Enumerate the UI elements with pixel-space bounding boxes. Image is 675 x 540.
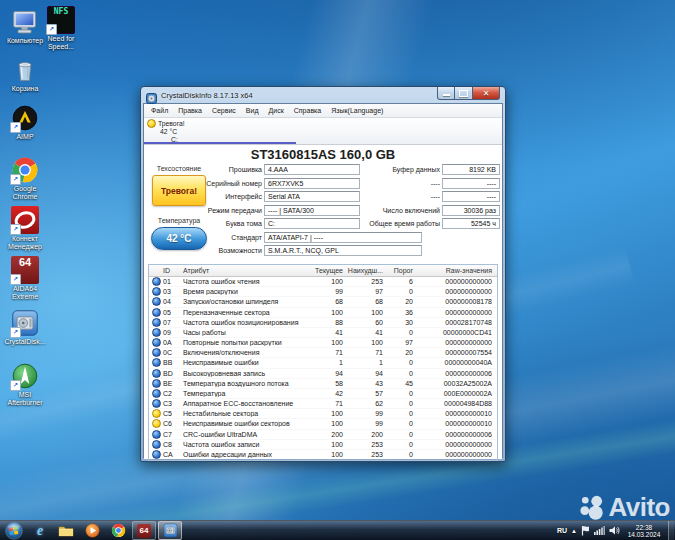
drive-tab-status: Тревога! — [158, 120, 185, 128]
col-attribute: Атрибут — [183, 267, 311, 274]
desktop-icon-chrome[interactable]: ↗ Google Chrome — [2, 156, 48, 201]
attr-worst: 43 — [347, 380, 387, 387]
menu-function[interactable]: Сервис — [207, 107, 241, 114]
smart-attribute-row-0C[interactable]: 0C Включения/отключения 71 71 20 0000000… — [149, 348, 497, 358]
menu-language[interactable]: Язык(Language) — [326, 107, 388, 114]
language-indicator[interactable]: RU — [557, 527, 567, 534]
attr-raw: 00000000CD41 — [417, 329, 497, 336]
taskbar-button-aida64[interactable]: 64 — [132, 521, 156, 540]
action-center-flag-icon[interactable] — [581, 522, 590, 540]
attr-worst: 62 — [347, 400, 387, 407]
smart-attribute-row-04[interactable]: 04 Запуски/остановки шпинделя 68 68 20 0… — [149, 297, 497, 307]
attr-raw: 000028170748 — [417, 319, 497, 326]
attr-current: 58 — [311, 380, 347, 387]
window-body: ФайлПравкаСервисВидДискСправкаЯзык(Langu… — [143, 103, 503, 458]
menu-disk[interactable]: Диск — [264, 107, 289, 114]
col-raw: Raw-значения — [417, 267, 497, 274]
desktop-icon-aida64[interactable]: 64↗ AIDA64 Extreme — [2, 256, 48, 301]
attr-id: 07 — [163, 319, 183, 326]
avito-logo-icon — [578, 494, 605, 521]
attr-name: Повторные попытки раскрутки — [183, 339, 311, 346]
avito-watermark: Avito — [578, 492, 670, 523]
smart-attribute-row-BD[interactable]: BD Высокоуровневая запись 94 94 0 000000… — [149, 369, 497, 379]
desktop-icon-connect-manager[interactable]: ↗ Коннект Менеджер — [2, 206, 48, 251]
smart-attribute-row-C3[interactable]: C3 Аппаратное ECC-восстановление 71 62 0… — [149, 399, 497, 409]
caption-buttons: ✕ — [437, 87, 500, 100]
smart-attribute-row-C7[interactable]: C7 CRC-ошибки UltraDMA 200 200 0 0000000… — [149, 430, 497, 440]
aida64-icon: 64↗ — [11, 256, 39, 284]
taskbar-button-internet-explorer[interactable]: e — [28, 521, 52, 540]
attr-worst: 100 — [347, 339, 387, 346]
attr-name: Неисправимые ошибки — [183, 359, 311, 366]
crystaldiskinfo-window: CrystalDiskInfo 8.17.13 x64 ✕ ФайлПравка… — [140, 86, 506, 462]
status-dot-blue-icon — [152, 287, 161, 296]
menu-view[interactable]: Вид — [241, 107, 264, 114]
attr-id: 04 — [163, 298, 183, 305]
shortcut-arrow-icon: ↗ — [10, 174, 21, 185]
attr-current: 100 — [311, 410, 347, 417]
taskbar-clock[interactable]: 22:38 14.03.2024 — [624, 524, 664, 538]
smart-attribute-row-C6[interactable]: C6 Неисправимые ошибки секторов 100 99 0… — [149, 419, 497, 429]
taskbar-button-chrome[interactable] — [106, 521, 130, 540]
taskbar-button-explorer[interactable] — [54, 521, 78, 540]
minimize-button[interactable] — [437, 87, 455, 100]
attr-id: C5 — [163, 410, 183, 417]
attr-threshold: 20 — [387, 298, 417, 305]
smart-attribute-row-C8[interactable]: C8 Частота ошибок записи 100 253 0 00000… — [149, 440, 497, 450]
drive-info-panel: Техсостояние Тревога! Температура 42 °C … — [144, 164, 502, 260]
attr-id: C2 — [163, 390, 183, 397]
taskbar-button-crystaldiskinfo[interactable] — [158, 521, 182, 540]
col-threshold: Порог — [387, 267, 417, 274]
hidden-icons-button[interactable]: ▲ — [571, 528, 577, 534]
network-icon[interactable] — [594, 522, 605, 540]
attr-worst: 68 — [347, 298, 387, 305]
taskbar-button-media-player[interactable] — [80, 521, 104, 540]
smart-attribute-row-07[interactable]: 07 Частота ошибок позиционирования 88 60… — [149, 318, 497, 328]
attr-raw: 000000000006 — [417, 431, 497, 438]
smart-attribute-row-C2[interactable]: C2 Температура 42 57 0 000E0000002A — [149, 389, 497, 399]
desktop-icon-label: AIDA64 Extreme — [2, 285, 48, 301]
drive-tab-temp: 42 °C — [147, 128, 296, 136]
smart-attribute-row-03[interactable]: 03 Время раскрутки 99 97 0 000000000000 — [149, 287, 497, 297]
smart-attribute-row-0A[interactable]: 0A Повторные попытки раскрутки 100 100 9… — [149, 338, 497, 348]
menu-edit[interactable]: Правка — [173, 107, 207, 114]
attr-current: 42 — [311, 390, 347, 397]
desktop-icon-label: MSI Afterburner — [2, 391, 48, 407]
smart-attribute-row-01[interactable]: 01 Частота ошибок чтения 100 253 6 00000… — [149, 277, 497, 287]
clock-date: 14.03.2024 — [624, 531, 664, 538]
attr-raw: 00000000040A — [417, 359, 497, 366]
show-desktop-button[interactable] — [668, 521, 674, 540]
attr-raw: 000000000000 — [417, 309, 497, 316]
smart-attribute-row-BB[interactable]: BB Неисправимые ошибки 1 1 0 00000000040… — [149, 358, 497, 368]
desktop-icon-crystaldiskinfo[interactable]: ↗ CrystalDisk... — [2, 309, 48, 346]
menu-help[interactable]: Справка — [289, 107, 326, 114]
attr-id: 03 — [163, 288, 183, 295]
explorer-icon — [58, 524, 74, 537]
attr-threshold: 0 — [387, 431, 417, 438]
maximize-button[interactable] — [455, 87, 472, 100]
chrome-icon: ↗ — [11, 156, 39, 184]
desktop-icon-msi-afterburner[interactable]: ↗ MSI Afterburner — [2, 362, 48, 407]
smart-attribute-row-05[interactable]: 05 Переназначенные сектора 100 100 36 00… — [149, 308, 497, 318]
smart-attribute-row-C5[interactable]: C5 Нестабильные сектора 100 99 0 0000000… — [149, 409, 497, 419]
drive-tab-c[interactable]: Тревога! 42 °C C: — [144, 118, 296, 144]
desktop-icon-aimp[interactable]: ↗ AIMP — [2, 104, 48, 141]
attr-threshold: 45 — [387, 380, 417, 387]
desktop-icon-nfs[interactable]: NFS↗ Need for Speed... — [38, 6, 84, 51]
attr-name: Часы работы — [183, 329, 311, 336]
close-button[interactable]: ✕ — [472, 87, 500, 100]
smart-attribute-row-BE[interactable]: BE Температура воздушного потока 58 43 4… — [149, 379, 497, 389]
desktop-icon-recycle-bin[interactable]: Корзина — [2, 56, 48, 93]
status-dot-blue-icon — [152, 338, 161, 347]
taskbar-start-button[interactable] — [2, 521, 26, 540]
smart-attribute-row-CA[interactable]: CA Ошибки адресации данных 100 253 0 000… — [149, 450, 497, 460]
status-dot-yellow-icon — [152, 419, 161, 428]
clock-time: 22:38 — [624, 524, 664, 531]
attr-threshold: 97 — [387, 339, 417, 346]
status-dot-blue-icon — [152, 277, 161, 286]
attr-id: BD — [163, 370, 183, 377]
window-titlebar[interactable]: CrystalDiskInfo 8.17.13 x64 ✕ — [141, 87, 505, 103]
volume-icon[interactable] — [609, 522, 620, 540]
smart-attribute-row-09[interactable]: 09 Часы работы 41 41 0 00000000CD41 — [149, 328, 497, 338]
menu-file[interactable]: Файл — [146, 107, 173, 114]
